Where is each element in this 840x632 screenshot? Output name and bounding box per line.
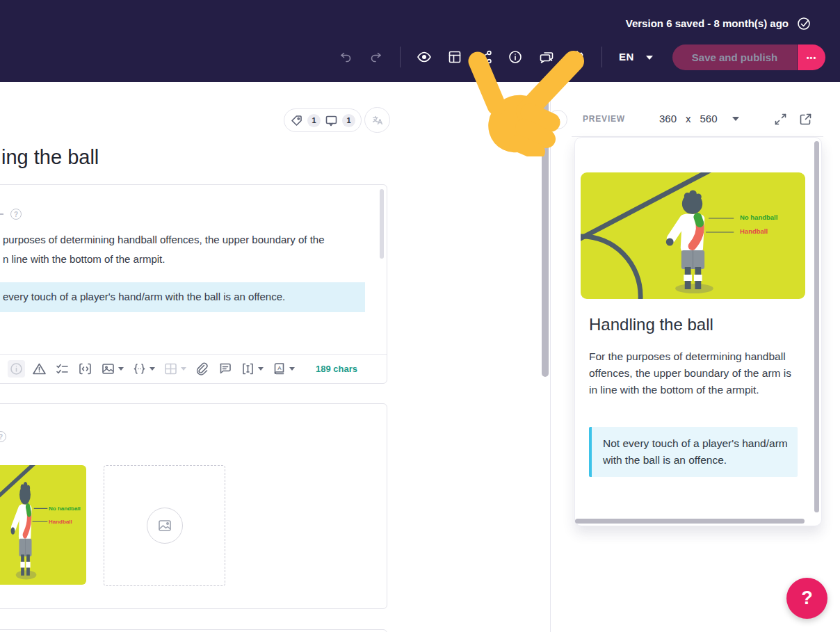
svg-text:A: A	[277, 365, 282, 371]
help-button[interactable]: ?	[786, 578, 827, 619]
undo-icon[interactable]	[338, 49, 353, 65]
block-label-stub	[0, 213, 3, 215]
preview-eye-icon[interactable]	[417, 49, 432, 65]
image-block-card: ?	[0, 403, 387, 609]
dropdown-caret-icon	[258, 367, 264, 371]
preview-panel-label: PREVIEW	[583, 114, 625, 124]
toolbar-separator	[601, 47, 602, 67]
comments-icon[interactable]	[539, 49, 554, 65]
preview-note-box: Not every touch of a player's hand/arm w…	[589, 427, 798, 477]
note-tool-icon[interactable]	[218, 362, 232, 376]
save-and-publish-button[interactable]: Save and publish	[672, 44, 797, 70]
toolbar-separator	[400, 47, 401, 67]
preview-height: 560	[700, 113, 718, 124]
settings-gear-icon[interactable]	[570, 49, 585, 65]
tag-icon	[290, 114, 303, 127]
preview-vertical-scrollbar[interactable]	[814, 141, 819, 512]
tags-comments-pill[interactable]: 1 1	[284, 108, 362, 132]
language-selector[interactable]: EN	[619, 51, 634, 63]
editor-highlight-block[interactable]: every touch of a player's hand/arm with …	[0, 282, 365, 312]
handball-illustration-thumb: No handball Handball	[0, 465, 86, 585]
dropdown-caret-icon	[118, 367, 124, 371]
editor-highlight-text: every touch of a player's hand/arm with …	[3, 291, 285, 302]
handball-label: Handball	[49, 519, 72, 525]
text-block-card: ? purposes of determining handball offen…	[0, 184, 387, 384]
saved-check-icon	[797, 17, 811, 31]
language-caret-icon[interactable]	[646, 56, 653, 60]
handball-label: Handball	[740, 227, 768, 235]
no-handball-label: No handball	[740, 213, 777, 221]
info-icon[interactable]	[508, 49, 523, 65]
dropdown-caret-icon	[289, 367, 295, 371]
preview-title: Handling the ball	[589, 315, 713, 334]
tag-count-badge: 1	[307, 114, 321, 127]
share-icon[interactable]	[478, 49, 493, 65]
next-block-card	[0, 629, 387, 632]
no-handball-label: No handball	[49, 505, 81, 512]
version-status: Version 6 saved - 8 month(s) ago	[626, 17, 789, 29]
checklist-tool-icon[interactable]	[55, 362, 70, 376]
more-options-button[interactable]: •••	[798, 44, 825, 70]
redo-icon[interactable]	[369, 49, 384, 65]
panel-divider	[550, 82, 551, 632]
dropdown-caret-icon	[150, 367, 155, 371]
code-block-tool-icon[interactable]	[78, 362, 92, 376]
dropdown-caret-icon	[181, 367, 186, 371]
editor-paragraph-line[interactable]: purposes of determining handball offence…	[3, 234, 325, 245]
main-scrollbar[interactable]	[542, 82, 549, 377]
character-count: 189 chars	[316, 364, 357, 374]
open-external-icon[interactable]	[798, 112, 813, 127]
attachment-tool-icon[interactable]	[195, 362, 209, 376]
warning-tool-icon[interactable]	[32, 362, 47, 376]
topbar: Version 6 saved - 8 month(s) ago	[0, 0, 840, 82]
block-help-icon[interactable]: ?	[0, 431, 6, 442]
collapse-preview-button[interactable]	[548, 110, 567, 129]
app-window: Version 6 saved - 8 month(s) ago	[0, 0, 840, 632]
preview-horizontal-scrollbar[interactable]	[575, 519, 805, 524]
image-placeholder-icon	[147, 508, 183, 544]
size-caret-icon	[732, 117, 739, 121]
image-thumbnail[interactable]: No handball Handball	[0, 465, 86, 585]
block-help-icon[interactable]: ?	[10, 209, 22, 220]
comment-icon	[325, 114, 338, 127]
preview-body-text: For the purposes of determining handball…	[589, 348, 799, 398]
editor-paragraph-line[interactable]: n line with the bottom of the armpit.	[3, 253, 165, 265]
expand-preview-icon[interactable]	[773, 112, 788, 127]
comment-count-badge: 1	[342, 114, 355, 127]
add-image-dropzone[interactable]	[104, 465, 225, 586]
preview-width: 360	[659, 113, 677, 124]
preview-size-separator: x	[686, 113, 691, 124]
lesson-title[interactable]: ing the ball	[1, 146, 99, 169]
preview-size-selector[interactable]: 360 x 560	[659, 113, 739, 124]
phone-preview: No handball Handball Handling the ball F…	[574, 137, 822, 526]
placeholder-brackets-tool-icon[interactable]	[241, 362, 264, 376]
variables-tool-icon[interactable]	[132, 362, 155, 376]
info-tool-icon[interactable]	[8, 360, 25, 378]
image-tool-icon[interactable]	[101, 362, 124, 376]
layout-icon[interactable]	[447, 49, 462, 65]
glossary-tool-icon[interactable]: A	[272, 362, 295, 376]
table-tool-icon	[163, 362, 186, 376]
translate-button[interactable]	[364, 107, 390, 133]
card-scrollbar[interactable]	[380, 189, 384, 259]
editor-toolbar: A 189 chars	[0, 354, 387, 383]
handball-illustration: No handball Handball	[581, 172, 805, 299]
